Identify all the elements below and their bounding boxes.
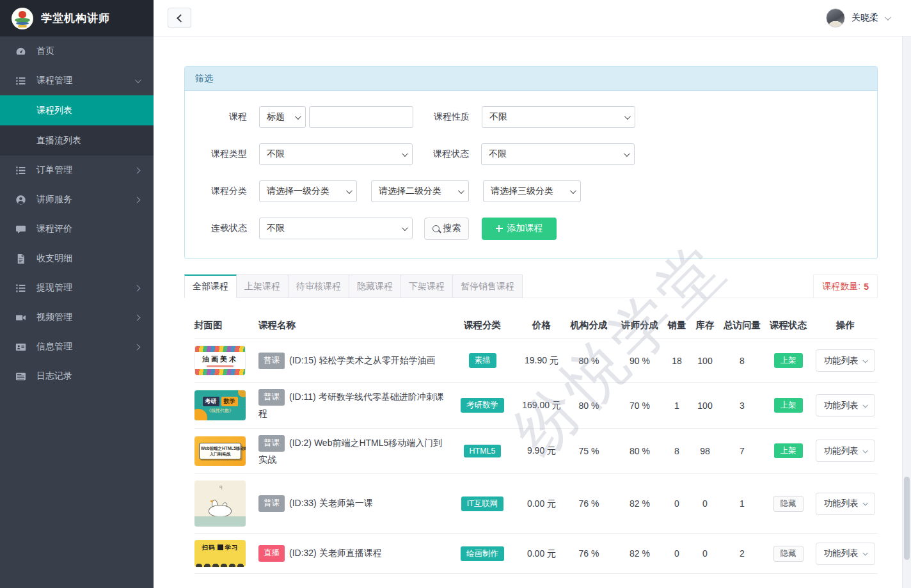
function-list-button[interactable]: 功能列表 xyxy=(816,394,875,417)
chevron-down-icon xyxy=(570,187,576,194)
price-cell: 169.00 元 xyxy=(521,399,562,412)
course-title-cell: 普课(ID:11) 考研数学线代零基础进阶冲刺课程 xyxy=(258,389,444,421)
tab-hidden[interactable]: 隐藏课程 xyxy=(349,274,401,298)
sidebar-item-withdrawal-management[interactable]: 提现管理 xyxy=(0,273,154,303)
function-list-button[interactable]: 功能列表 xyxy=(816,349,875,372)
sidebar-item-course-reviews[interactable]: 课程评价 xyxy=(0,214,154,244)
course-tabs: 全部课程 上架课程 待审核课程 隐藏课程 下架课程 暂停销售课程 课程数量: 5 xyxy=(184,274,878,298)
search-button[interactable]: 搜索 xyxy=(424,218,469,240)
price-cell: 19.90 元 xyxy=(521,354,562,367)
tabbar-spacer xyxy=(523,274,813,298)
course-type-select[interactable]: 不限 xyxy=(259,143,413,165)
sidebar-item-lecturer-service[interactable]: 讲师服务 xyxy=(0,185,154,214)
tab-off-shelf[interactable]: 下架课程 xyxy=(401,274,453,298)
header-visits: 总访问量 xyxy=(720,319,764,331)
ordered-list-icon xyxy=(15,75,26,86)
app-header: 学堂机构讲师 xyxy=(0,0,154,36)
filter-row-course: 课程 标题 课程性质 不限 xyxy=(198,106,864,128)
teacher-share-cell: 90 % xyxy=(615,356,664,366)
function-list-button[interactable]: 功能列表 xyxy=(816,543,875,565)
tab-label: 隐藏课程 xyxy=(357,281,393,292)
tab-label: 上架课程 xyxy=(244,281,280,292)
sidebar-item-label: 讲师服务 xyxy=(36,194,72,205)
chevron-down-icon xyxy=(885,14,891,20)
chevron-down-icon xyxy=(862,500,867,505)
category-level1-select[interactable]: 请选择一级分类 xyxy=(259,180,357,202)
qr-code-icon xyxy=(218,544,223,550)
function-list-label: 功能列表 xyxy=(824,498,859,509)
sidebar-item-home[interactable]: 首页 xyxy=(0,36,154,66)
function-list-label: 功能列表 xyxy=(824,400,859,411)
function-list-label: 功能列表 xyxy=(824,445,859,457)
category-level2-select[interactable]: 请选择二级分类 xyxy=(371,180,469,202)
course-type-badge: 普课 xyxy=(258,435,285,452)
category-level3-select[interactable]: 请选择三级分类 xyxy=(483,180,581,202)
chevron-right-icon xyxy=(134,285,141,291)
chevron-right-icon xyxy=(134,167,141,173)
sales-cell: 0 xyxy=(664,548,690,559)
function-list-label: 功能列表 xyxy=(824,548,859,559)
video-camera-icon xyxy=(15,312,26,323)
search-button-label: 搜索 xyxy=(443,223,461,234)
price-cell: 0.00 元 xyxy=(521,547,562,560)
vertical-scrollbar[interactable] xyxy=(902,36,911,588)
select-value: 不限 xyxy=(489,111,619,123)
course-label: 课程 xyxy=(198,111,247,123)
select-value: 请选择一级分类 xyxy=(267,186,341,197)
ordered-list-icon xyxy=(15,165,26,176)
course-keyword-input[interactable] xyxy=(309,106,413,128)
scrollbar-thumb[interactable] xyxy=(904,477,910,560)
chevron-left-icon xyxy=(177,14,185,22)
course-title: (ID:11) 考研数学线代零基础进阶冲刺课程 xyxy=(258,392,444,418)
category-badge: 考研数学 xyxy=(461,398,504,413)
cover-text: 入门到实战 xyxy=(201,451,239,457)
tab-pending-review[interactable]: 待审核课程 xyxy=(289,274,349,298)
header-status: 课程状态 xyxy=(764,319,812,331)
chevron-down-icon xyxy=(402,150,408,157)
course-cover-image: q xyxy=(194,481,246,527)
chevron-down-icon xyxy=(862,550,867,555)
tab-paused-sales[interactable]: 暂停销售课程 xyxy=(453,274,523,298)
table-row: 考研数学 《线性代数》 普课(ID:11) 考研数学线代零基础进阶冲刺课程 考研… xyxy=(194,383,878,428)
category-badge: IT互联网 xyxy=(461,497,504,511)
sidebar-item-video-management[interactable]: 视频管理 xyxy=(0,303,154,332)
sidebar-item-log-records[interactable]: 日志记录 xyxy=(0,362,154,391)
course-status-select[interactable]: 不限 xyxy=(481,143,635,165)
sidebar-item-live-stream-list[interactable]: 直播流列表 xyxy=(0,125,154,155)
add-course-label: 添加课程 xyxy=(507,223,543,234)
table-header-row: 封面图 课程名称 课程分类 价格 机构分成 讲师分成 销量 库存 总访问量 课程… xyxy=(194,312,878,339)
sidebar-item-info-management[interactable]: 信息管理 xyxy=(0,332,154,362)
add-course-button[interactable]: 添加课程 xyxy=(482,218,557,240)
sidebar-item-income-details[interactable]: 收支明细 xyxy=(0,244,154,273)
course-count-value: 5 xyxy=(864,282,869,292)
course-count-badge: 课程数量: 5 xyxy=(813,274,878,298)
sidebar-item-order-management[interactable]: 订单管理 xyxy=(0,155,154,185)
table-row: q 普课(ID:33) 关老师第一课 IT互联网 0.00 元 76 % 82 … xyxy=(194,474,878,534)
chevron-down-icon xyxy=(295,113,301,120)
chevron-right-icon xyxy=(134,196,141,203)
course-title: (ID:15) 轻松学美术之从零开始学油画 xyxy=(289,355,436,365)
sales-cell: 1 xyxy=(664,401,690,411)
comment-icon xyxy=(15,224,26,235)
function-list-button[interactable]: 功能列表 xyxy=(816,440,875,462)
header-stock: 库存 xyxy=(690,319,720,331)
chevron-down-icon xyxy=(624,113,631,120)
course-cover-image: Web前端之HTML5移动端入门到实战 xyxy=(194,436,246,466)
price-cell: 0.00 元 xyxy=(521,497,562,511)
serial-status-select[interactable]: 不限 xyxy=(259,218,413,239)
org-share-cell: 80 % xyxy=(562,401,615,411)
user-menu[interactable]: 关晓柔 xyxy=(826,8,889,28)
sidebar-item-course-list[interactable]: 课程列表 xyxy=(0,95,154,125)
tab-on-shelf[interactable]: 上架课程 xyxy=(237,274,289,298)
tab-all-courses[interactable]: 全部课程 xyxy=(184,274,237,298)
header-teacher-share: 讲师分成 xyxy=(615,319,664,331)
search-icon xyxy=(432,225,440,232)
course-title: (ID:32) 关老师直播课程 xyxy=(289,548,382,558)
course-nature-select[interactable]: 不限 xyxy=(482,106,635,128)
chevron-right-icon xyxy=(134,344,141,350)
back-button[interactable] xyxy=(168,8,191,28)
course-title-cell: 普课(ID:15) 轻松学美术之从零开始学油画 xyxy=(258,353,444,369)
function-list-button[interactable]: 功能列表 xyxy=(816,493,875,515)
course-field-select[interactable]: 标题 xyxy=(259,106,306,128)
sidebar-item-course-management[interactable]: 课程管理 xyxy=(0,66,154,95)
